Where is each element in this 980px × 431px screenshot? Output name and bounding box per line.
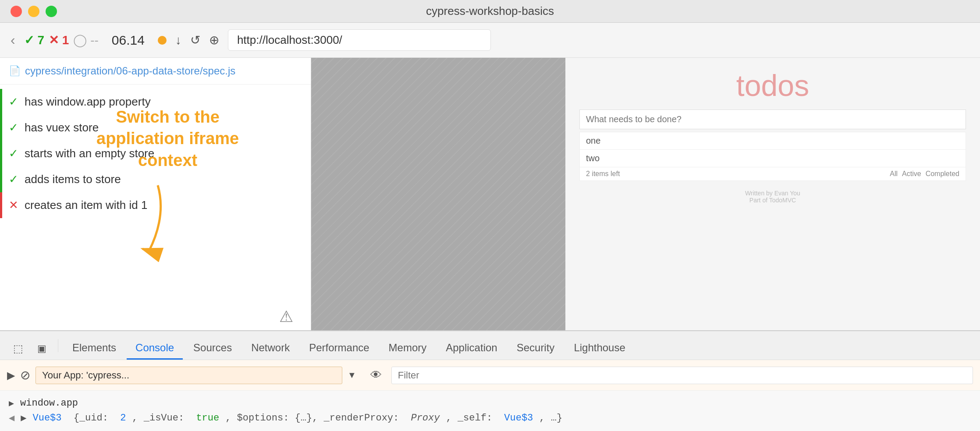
context-text: Your App: 'cypress... <box>42 370 129 381</box>
tab-lighthouse[interactable]: Lighthouse <box>565 337 634 360</box>
todo-item-two: two <box>580 150 966 167</box>
console-comma2: , $options: {…}, _renderProxy: <box>225 413 405 424</box>
file-path-text[interactable]: cypress/integration/06-app-data-store/sp… <box>25 65 235 77</box>
console-line-2: ◀ ▶ Vue$3 {_uid: 2 , _isVue: true , $opt… <box>9 410 971 426</box>
console-comma3: , _self: <box>446 413 498 424</box>
test-item-text: creates an item with id 1 <box>25 198 147 212</box>
warning-icon: ⚠ <box>279 307 293 326</box>
credit-line-2: Part of TodoMVC <box>579 197 966 204</box>
todos-preview: todos one two 2 items left All Active Co… <box>565 58 980 330</box>
todos-all-link[interactable]: All <box>890 170 898 178</box>
test-item[interactable]: ✕ creates an item with id 1 <box>0 192 311 218</box>
console-bar: ▶ ⊘ Your App: 'cypress... ▼ 👁 <box>0 360 980 391</box>
arrow-down-icon: ↓ <box>175 33 181 47</box>
title-bar: cypress-workshop-basics <box>0 0 980 23</box>
console-vue3: Vue$3 <box>33 413 62 424</box>
todo-item-one: one <box>580 132 966 150</box>
test-status: ✓ 7 ✕ 1 ◯ -- <box>24 33 99 47</box>
console-proxy-val: Proxy <box>411 413 440 424</box>
console-result-expand[interactable]: ▶ <box>21 412 26 424</box>
console-content: ▶ window.app ◀ ▶ Vue$3 {_uid: 2 , _isVue… <box>0 391 980 431</box>
maximize-button[interactable] <box>46 6 57 17</box>
tab-memory[interactable]: Memory <box>380 337 436 360</box>
console-key-window: window.app <box>20 398 78 409</box>
todos-footer: 2 items left All Active Completed <box>579 167 966 181</box>
todos-title: todos <box>579 68 966 102</box>
fail-count: ✕ 1 <box>49 33 69 47</box>
tab-sources[interactable]: Sources <box>185 337 241 360</box>
todos-count: 2 items left <box>586 170 620 178</box>
browser-preview: todos one two 2 items left All Active Co… <box>311 58 980 330</box>
time-display: 06.14 <box>112 33 145 48</box>
console-uid-val: 2 <box>120 413 126 424</box>
test-item-text: has vuex store <box>25 121 99 134</box>
context-selector[interactable]: Your App: 'cypress... <box>36 367 342 384</box>
todos-completed-link[interactable]: Completed <box>926 170 959 178</box>
window-title: cypress-workshop-basics <box>426 4 554 18</box>
test-item[interactable]: ✓ starts with an empty store <box>0 141 311 166</box>
fail-icon: ✕ <box>9 198 18 212</box>
todos-footer-links: All Active Completed <box>890 170 959 178</box>
tab-network[interactable]: Network <box>242 337 298 360</box>
test-item[interactable]: ✓ adds items to store <box>0 166 311 192</box>
todos-input[interactable] <box>579 110 966 129</box>
tab-console[interactable]: Console <box>127 337 183 360</box>
credit-line-1: Written by Evan You <box>579 190 966 197</box>
console-play-icon[interactable]: ▶ <box>7 369 15 382</box>
tab-performance[interactable]: Performance <box>300 337 378 360</box>
pass-icon: ✓ <box>9 121 18 134</box>
preview-container: todos one two 2 items left All Active Co… <box>311 58 980 330</box>
todos-active-link[interactable]: Active <box>902 170 921 178</box>
pass-icon: ✓ <box>9 147 18 160</box>
tab-elements[interactable]: Elements <box>64 337 125 360</box>
cypress-panel: 📄 cypress/integration/06-app-data-store/… <box>0 58 311 330</box>
file-path-bar: 📄 cypress/integration/06-app-data-store/… <box>0 58 311 85</box>
inspector-icon-button[interactable]: ⬚ <box>7 338 29 360</box>
pass-icon: ✓ <box>9 173 18 186</box>
spinner: ◯ -- <box>73 33 98 47</box>
tab-application[interactable]: Application <box>437 337 506 360</box>
all-content: 📄 cypress/integration/06-app-data-store/… <box>0 58 980 431</box>
dropdown-arrow-icon[interactable]: ▼ <box>348 370 356 380</box>
filter-input[interactable] <box>391 367 973 384</box>
reload-button[interactable]: ↺ <box>190 33 200 47</box>
tab-separator <box>58 339 58 352</box>
test-list: ✓ has window.app property ✓ has vuex sto… <box>0 85 311 330</box>
console-result-brace-open: {_uid: <box>68 413 114 424</box>
console-isvue-val: true <box>196 413 219 424</box>
url-bar[interactable] <box>228 29 491 51</box>
back-button[interactable]: ‹ <box>11 32 15 48</box>
devtools-tabs: ⬚ ▣ Elements Console Sources Network Per… <box>0 331 980 360</box>
eye-icon[interactable]: 👁 <box>370 368 382 382</box>
pass-count: ✓ 7 <box>24 33 44 47</box>
pass-icon: ✓ <box>9 95 18 109</box>
file-icon: 📄 <box>9 65 21 77</box>
console-block-icon[interactable]: ⊘ <box>20 368 30 382</box>
back-arrow-icon: ◀ <box>9 412 14 424</box>
test-item[interactable]: ✓ has vuex store <box>0 115 311 141</box>
device-icon-button[interactable]: ▣ <box>31 338 53 360</box>
todos-list: one two <box>579 132 966 167</box>
window-controls <box>11 6 57 17</box>
console-comma1: , _isVue: <box>132 413 190 424</box>
test-item-text: starts with an empty store <box>25 147 154 160</box>
test-item-text: has window.app property <box>25 95 151 109</box>
console-ellipsis: , …} <box>539 413 562 424</box>
console-line-1: ▶ window.app <box>9 396 971 410</box>
minimize-button[interactable] <box>28 6 39 17</box>
preview-striped <box>311 58 565 330</box>
devtools: ⬚ ▣ Elements Console Sources Network Per… <box>0 330 980 431</box>
tab-security[interactable]: Security <box>508 337 564 360</box>
todos-credit: Written by Evan You Part of TodoMVC <box>579 190 966 204</box>
orange-dot <box>158 36 167 45</box>
expand-arrow-icon[interactable]: ▶ <box>9 398 14 409</box>
console-self-val: Vue$3 <box>504 413 533 424</box>
top-row: 📄 cypress/integration/06-app-data-store/… <box>0 58 980 330</box>
test-item[interactable]: ✓ has window.app property <box>0 89 311 115</box>
close-button[interactable] <box>11 6 22 17</box>
browser-toolbar: ‹ ✓ 7 ✕ 1 ◯ -- 06.14 ↓ ↺ ⊕ <box>0 23 980 58</box>
test-item-text: adds items to store <box>25 173 121 186</box>
target-icon: ⊕ <box>209 33 219 47</box>
